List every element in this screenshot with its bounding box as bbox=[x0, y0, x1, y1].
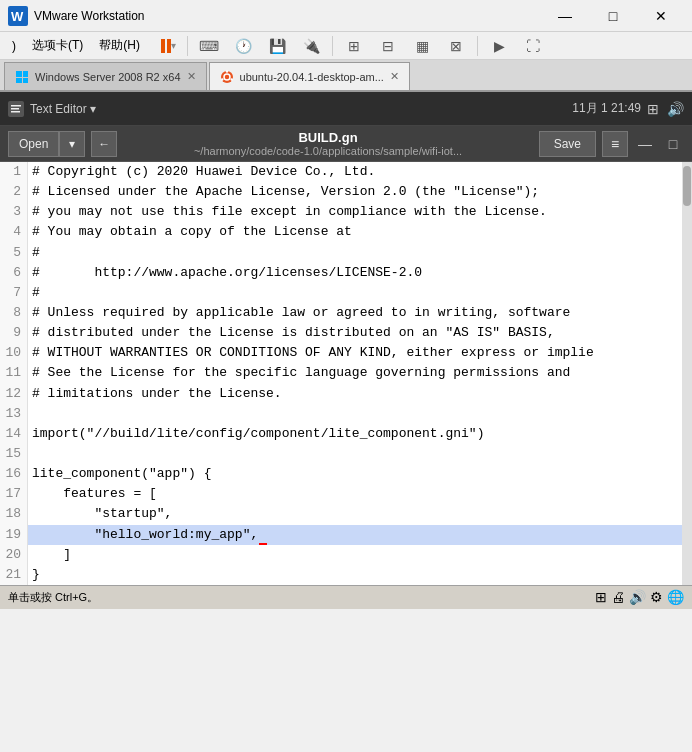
network-icon[interactable]: ⊞ bbox=[647, 101, 659, 117]
editor-toolbar: Open ▾ ← BUILD.gn ~/harmony/code/code-1.… bbox=[0, 126, 692, 162]
send-ctrl-alt-del-button[interactable]: ⌨ bbox=[194, 32, 224, 60]
dropdown-button[interactable]: ▾ bbox=[59, 131, 85, 157]
menu-bar: ) 选项卡(T) 帮助(H) ▾ ⌨ 🕐 💾 🔌 ⊞ ⊟ ▦ ⊠ ▶ ⛶ bbox=[0, 32, 692, 60]
line-content: import("//build/lite/config/component/li… bbox=[28, 424, 692, 444]
editor-maximize-button[interactable]: □ bbox=[662, 133, 684, 155]
code-line-9: 9# distributed under the License is dist… bbox=[0, 323, 692, 343]
line-number: 13 bbox=[0, 404, 28, 424]
line-content bbox=[28, 404, 692, 424]
menu-item-back[interactable]: ) bbox=[4, 35, 24, 57]
line-content: # distributed under the License is distr… bbox=[28, 323, 692, 343]
menu-item-tabs[interactable]: 选项卡(T) bbox=[24, 33, 91, 58]
tab-windows-close[interactable]: ✕ bbox=[187, 70, 196, 83]
line-content: # limitations under the License. bbox=[28, 384, 692, 404]
editor-menu-button[interactable]: ≡ bbox=[602, 131, 628, 157]
code-line-20: 20 ] bbox=[0, 545, 692, 565]
code-line-17: 17 features = [ bbox=[0, 484, 692, 504]
tab-windows[interactable]: Windows Server 2008 R2 x64 ✕ bbox=[4, 62, 207, 90]
view-button-2[interactable]: ▦ bbox=[407, 32, 437, 60]
tab-windows-label: Windows Server 2008 R2 x64 bbox=[35, 71, 181, 83]
code-editor[interactable]: 1# Copyright (c) 2020 Huawei Device Co.,… bbox=[0, 162, 692, 585]
menu-item-help[interactable]: 帮助(H) bbox=[91, 33, 148, 58]
line-content bbox=[28, 444, 692, 464]
code-line-7: 7# bbox=[0, 283, 692, 303]
speaker-icon[interactable]: 🔊 bbox=[629, 589, 646, 605]
code-line-1: 1# Copyright (c) 2020 Huawei Device Co.,… bbox=[0, 162, 692, 182]
separator-1 bbox=[187, 36, 188, 56]
window-controls[interactable]: — □ ✕ bbox=[542, 1, 684, 31]
code-line-10: 10# WITHOUT WARRANTIES OR CONDITIONS OF … bbox=[0, 343, 692, 363]
globe-icon[interactable]: 🌐 bbox=[667, 589, 684, 605]
svg-rect-13 bbox=[11, 108, 19, 110]
unity-button[interactable]: ⊞ bbox=[339, 32, 369, 60]
start-button-icon[interactable]: ⊞ bbox=[595, 589, 607, 605]
line-content: # http://www.apache.org/licenses/LICENSE… bbox=[28, 263, 692, 283]
code-line-21: 21} bbox=[0, 565, 692, 585]
maximize-button[interactable]: □ bbox=[590, 1, 636, 31]
tab-ubuntu[interactable]: ubuntu-20.04.1-desktop-am... ✕ bbox=[209, 62, 410, 90]
line-content: features = [ bbox=[28, 484, 692, 504]
suspend-button[interactable]: 💾 bbox=[262, 32, 292, 60]
pause-button[interactable]: ▾ bbox=[156, 32, 181, 60]
view-button-1[interactable]: ⊟ bbox=[373, 32, 403, 60]
fullscreen-button[interactable]: ⛶ bbox=[518, 32, 548, 60]
svg-rect-3 bbox=[23, 71, 28, 77]
volume-icon[interactable]: 🔊 bbox=[667, 101, 684, 117]
line-content: # Unless required by applicable law or a… bbox=[28, 303, 692, 323]
ubuntu-icon bbox=[220, 70, 234, 84]
svg-point-10 bbox=[221, 78, 223, 80]
line-content: # bbox=[28, 283, 692, 303]
text-editor-title[interactable]: Text Editor ▾ bbox=[30, 102, 96, 116]
code-line-8: 8# Unless required by applicable law or … bbox=[0, 303, 692, 323]
status-text: 单击或按 Ctrl+G。 bbox=[8, 590, 98, 605]
code-line-12: 12# limitations under the License. bbox=[0, 384, 692, 404]
line-number: 11 bbox=[0, 363, 28, 383]
snapshot-button[interactable]: 🕐 bbox=[228, 32, 258, 60]
line-content: # See the License for the specific langu… bbox=[28, 363, 692, 383]
line-content: # You may obtain a copy of the License a… bbox=[28, 222, 692, 242]
line-number: 15 bbox=[0, 444, 28, 464]
tab-ubuntu-close[interactable]: ✕ bbox=[390, 70, 399, 83]
code-line-14: 14import("//build/lite/config/component/… bbox=[0, 424, 692, 444]
line-content: "hello_world:my_app", bbox=[28, 525, 692, 545]
close-button[interactable]: ✕ bbox=[638, 1, 684, 31]
line-content: # bbox=[28, 243, 692, 263]
code-line-4: 4# You may obtain a copy of the License … bbox=[0, 222, 692, 242]
line-number: 4 bbox=[0, 222, 28, 242]
save-button[interactable]: Save bbox=[539, 131, 596, 157]
line-number: 3 bbox=[0, 202, 28, 222]
vertical-scrollbar[interactable] bbox=[682, 162, 692, 585]
line-content: # Licensed under the Apache License, Ver… bbox=[28, 182, 692, 202]
line-content: } bbox=[28, 565, 692, 585]
line-number: 2 bbox=[0, 182, 28, 202]
text-editor-icon bbox=[8, 101, 24, 117]
title-bar: W VMware Workstation — □ ✕ bbox=[0, 0, 692, 32]
code-line-6: 6# http://www.apache.org/licenses/LICENS… bbox=[0, 263, 692, 283]
line-number: 12 bbox=[0, 384, 28, 404]
code-line-13: 13 bbox=[0, 404, 692, 424]
line-number: 14 bbox=[0, 424, 28, 444]
line-number: 8 bbox=[0, 303, 28, 323]
tab-ubuntu-label: ubuntu-20.04.1-desktop-am... bbox=[240, 71, 384, 83]
editor-minimize-button[interactable]: — bbox=[634, 133, 656, 155]
console-button[interactable]: ▶ bbox=[484, 32, 514, 60]
line-number: 16 bbox=[0, 464, 28, 484]
code-line-11: 11# See the License for the specific lan… bbox=[0, 363, 692, 383]
settings-icon[interactable]: ⚙ bbox=[650, 589, 663, 605]
code-line-2: 2# Licensed under the Apache License, Ve… bbox=[0, 182, 692, 202]
view-button-3[interactable]: ⊠ bbox=[441, 32, 471, 60]
svg-point-9 bbox=[230, 78, 232, 80]
minimize-button[interactable]: — bbox=[542, 1, 588, 31]
svg-rect-5 bbox=[23, 78, 28, 83]
code-line-16: 16lite_component("app") { bbox=[0, 464, 692, 484]
printer-icon[interactable]: 🖨 bbox=[611, 589, 625, 605]
code-line-3: 3# you may not use this file except in c… bbox=[0, 202, 692, 222]
nav-back-button[interactable]: ← bbox=[91, 131, 117, 157]
disconnect-button[interactable]: 🔌 bbox=[296, 32, 326, 60]
code-line-15: 15 bbox=[0, 444, 692, 464]
svg-point-6 bbox=[221, 71, 233, 83]
windows-icon bbox=[15, 70, 29, 84]
line-content: # WITHOUT WARRANTIES OR CONDITIONS OF AN… bbox=[28, 343, 692, 363]
open-button[interactable]: Open bbox=[8, 131, 59, 157]
datetime-display: 11月 1 21:49 bbox=[572, 100, 641, 117]
